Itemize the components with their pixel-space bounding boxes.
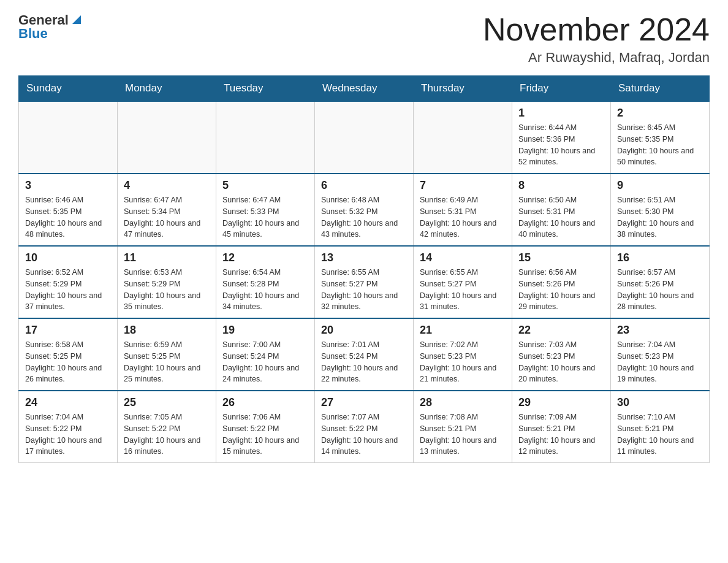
svg-marker-0 <box>72 15 81 24</box>
calendar-week-row: 10Sunrise: 6:52 AMSunset: 5:29 PMDayligh… <box>19 246 710 318</box>
day-number: 24 <box>25 396 111 409</box>
day-info: Sunrise: 6:56 AMSunset: 5:26 PMDaylight:… <box>518 267 604 313</box>
day-number: 3 <box>25 179 111 192</box>
calendar-cell: 5Sunrise: 6:47 AMSunset: 5:33 PMDaylight… <box>216 174 315 246</box>
calendar-cell: 25Sunrise: 7:05 AMSunset: 5:22 PMDayligh… <box>118 391 216 463</box>
calendar-cell: 20Sunrise: 7:01 AMSunset: 5:24 PMDayligh… <box>315 318 414 391</box>
day-info: Sunrise: 6:47 AMSunset: 5:34 PMDaylight:… <box>124 194 210 240</box>
calendar-cell: 10Sunrise: 6:52 AMSunset: 5:29 PMDayligh… <box>19 246 118 318</box>
calendar-week-row: 17Sunrise: 6:58 AMSunset: 5:25 PMDayligh… <box>19 318 710 391</box>
day-info: Sunrise: 6:57 AMSunset: 5:26 PMDaylight:… <box>617 267 703 313</box>
calendar-cell: 6Sunrise: 6:48 AMSunset: 5:32 PMDaylight… <box>315 174 414 246</box>
day-info: Sunrise: 7:09 AMSunset: 5:21 PMDaylight:… <box>518 412 604 458</box>
day-info: Sunrise: 6:47 AMSunset: 5:33 PMDaylight:… <box>222 194 308 240</box>
logo-triangle-icon <box>70 13 83 26</box>
day-info: Sunrise: 6:46 AMSunset: 5:35 PMDaylight:… <box>25 194 111 240</box>
weekday-header-friday: Friday <box>512 76 611 102</box>
day-number: 7 <box>420 179 506 192</box>
day-number: 1 <box>518 107 604 120</box>
day-info: Sunrise: 6:55 AMSunset: 5:27 PMDaylight:… <box>321 267 407 313</box>
day-number: 23 <box>617 324 703 337</box>
calendar-cell: 15Sunrise: 6:56 AMSunset: 5:26 PMDayligh… <box>512 246 611 318</box>
day-info: Sunrise: 6:50 AMSunset: 5:31 PMDaylight:… <box>518 194 604 240</box>
calendar-week-row: 24Sunrise: 7:04 AMSunset: 5:22 PMDayligh… <box>19 391 710 463</box>
day-number: 16 <box>617 251 703 264</box>
calendar-cell: 3Sunrise: 6:46 AMSunset: 5:35 PMDaylight… <box>19 174 118 246</box>
calendar-cell: 7Sunrise: 6:49 AMSunset: 5:31 PMDaylight… <box>414 174 512 246</box>
day-info: Sunrise: 7:04 AMSunset: 5:23 PMDaylight:… <box>617 339 703 385</box>
calendar-cell: 14Sunrise: 6:55 AMSunset: 5:27 PMDayligh… <box>414 246 512 318</box>
day-info: Sunrise: 6:52 AMSunset: 5:29 PMDaylight:… <box>25 267 111 313</box>
calendar-cell <box>315 101 414 174</box>
day-info: Sunrise: 7:08 AMSunset: 5:21 PMDaylight:… <box>420 412 506 458</box>
day-info: Sunrise: 6:59 AMSunset: 5:25 PMDaylight:… <box>124 339 210 385</box>
calendar-cell: 8Sunrise: 6:50 AMSunset: 5:31 PMDaylight… <box>512 174 611 246</box>
day-number: 28 <box>420 396 506 409</box>
weekday-header-tuesday: Tuesday <box>216 76 315 102</box>
calendar-cell: 30Sunrise: 7:10 AMSunset: 5:21 PMDayligh… <box>611 391 710 463</box>
day-number: 13 <box>321 251 407 264</box>
day-number: 2 <box>617 107 703 120</box>
day-number: 14 <box>420 251 506 264</box>
weekday-header-thursday: Thursday <box>414 76 512 102</box>
calendar-cell: 23Sunrise: 7:04 AMSunset: 5:23 PMDayligh… <box>611 318 710 391</box>
calendar-cell: 1Sunrise: 6:44 AMSunset: 5:36 PMDaylight… <box>512 101 611 174</box>
day-info: Sunrise: 7:07 AMSunset: 5:22 PMDaylight:… <box>321 412 407 458</box>
calendar-cell: 24Sunrise: 7:04 AMSunset: 5:22 PMDayligh… <box>19 391 118 463</box>
day-number: 19 <box>222 324 308 337</box>
calendar-cell <box>118 101 216 174</box>
header: General Blue November 2024 Ar Ruwayshid,… <box>18 12 710 66</box>
day-number: 8 <box>518 179 604 192</box>
day-info: Sunrise: 7:03 AMSunset: 5:23 PMDaylight:… <box>518 339 604 385</box>
day-info: Sunrise: 7:10 AMSunset: 5:21 PMDaylight:… <box>617 412 703 458</box>
calendar-cell: 9Sunrise: 6:51 AMSunset: 5:30 PMDaylight… <box>611 174 710 246</box>
calendar-cell: 27Sunrise: 7:07 AMSunset: 5:22 PMDayligh… <box>315 391 414 463</box>
calendar-week-row: 3Sunrise: 6:46 AMSunset: 5:35 PMDaylight… <box>19 174 710 246</box>
calendar-header-row: SundayMondayTuesdayWednesdayThursdayFrid… <box>19 76 710 102</box>
weekday-header-wednesday: Wednesday <box>315 76 414 102</box>
calendar-cell: 13Sunrise: 6:55 AMSunset: 5:27 PMDayligh… <box>315 246 414 318</box>
calendar-cell: 16Sunrise: 6:57 AMSunset: 5:26 PMDayligh… <box>611 246 710 318</box>
calendar-cell: 18Sunrise: 6:59 AMSunset: 5:25 PMDayligh… <box>118 318 216 391</box>
day-number: 22 <box>518 324 604 337</box>
calendar-cell: 28Sunrise: 7:08 AMSunset: 5:21 PMDayligh… <box>414 391 512 463</box>
day-number: 18 <box>124 324 210 337</box>
calendar-cell <box>19 101 118 174</box>
calendar-cell: 17Sunrise: 6:58 AMSunset: 5:25 PMDayligh… <box>19 318 118 391</box>
day-number: 6 <box>321 179 407 192</box>
day-number: 21 <box>420 324 506 337</box>
day-info: Sunrise: 6:53 AMSunset: 5:29 PMDaylight:… <box>124 267 210 313</box>
calendar-week-row: 1Sunrise: 6:44 AMSunset: 5:36 PMDaylight… <box>19 101 710 174</box>
day-number: 26 <box>222 396 308 409</box>
day-info: Sunrise: 6:44 AMSunset: 5:36 PMDaylight:… <box>518 122 604 168</box>
day-info: Sunrise: 6:49 AMSunset: 5:31 PMDaylight:… <box>420 194 506 240</box>
day-number: 4 <box>124 179 210 192</box>
day-number: 20 <box>321 324 407 337</box>
day-number: 30 <box>617 396 703 409</box>
day-info: Sunrise: 6:45 AMSunset: 5:35 PMDaylight:… <box>617 122 703 168</box>
day-number: 17 <box>25 324 111 337</box>
day-info: Sunrise: 6:54 AMSunset: 5:28 PMDaylight:… <box>222 267 308 313</box>
weekday-header-saturday: Saturday <box>611 76 710 102</box>
calendar-cell: 4Sunrise: 6:47 AMSunset: 5:34 PMDaylight… <box>118 174 216 246</box>
day-number: 25 <box>124 396 210 409</box>
day-info: Sunrise: 6:48 AMSunset: 5:32 PMDaylight:… <box>321 194 407 240</box>
month-title: November 2024 <box>483 12 710 47</box>
day-info: Sunrise: 7:01 AMSunset: 5:24 PMDaylight:… <box>321 339 407 385</box>
weekday-header-monday: Monday <box>118 76 216 102</box>
calendar-cell <box>414 101 512 174</box>
day-info: Sunrise: 7:00 AMSunset: 5:24 PMDaylight:… <box>222 339 308 385</box>
day-number: 5 <box>222 179 308 192</box>
day-info: Sunrise: 6:51 AMSunset: 5:30 PMDaylight:… <box>617 194 703 240</box>
day-number: 11 <box>124 251 210 264</box>
calendar-cell: 19Sunrise: 7:00 AMSunset: 5:24 PMDayligh… <box>216 318 315 391</box>
day-info: Sunrise: 6:58 AMSunset: 5:25 PMDaylight:… <box>25 339 111 385</box>
logo: General Blue <box>18 12 83 42</box>
day-number: 29 <box>518 396 604 409</box>
calendar-cell: 2Sunrise: 6:45 AMSunset: 5:35 PMDaylight… <box>611 101 710 174</box>
logo-blue: Blue <box>18 26 48 42</box>
calendar-cell: 26Sunrise: 7:06 AMSunset: 5:22 PMDayligh… <box>216 391 315 463</box>
weekday-header-sunday: Sunday <box>19 76 118 102</box>
calendar-cell: 21Sunrise: 7:02 AMSunset: 5:23 PMDayligh… <box>414 318 512 391</box>
day-info: Sunrise: 7:06 AMSunset: 5:22 PMDaylight:… <box>222 412 308 458</box>
